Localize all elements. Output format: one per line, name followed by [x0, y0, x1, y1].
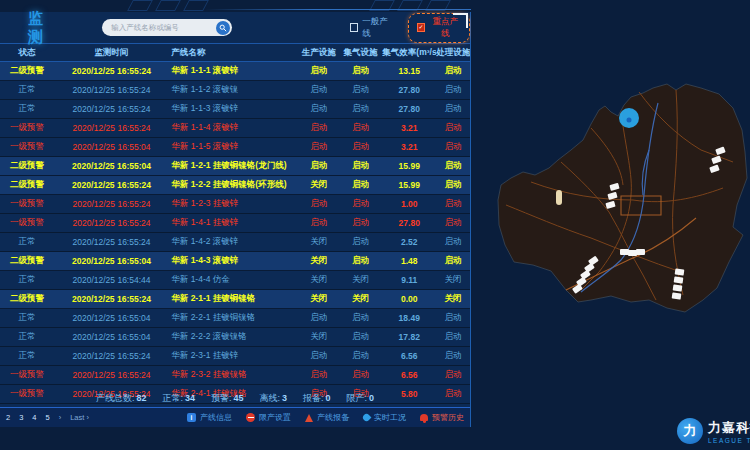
table-row[interactable]: 二级预警2020/12/25 16:55:04华新 1-2-1 挂镀铜镍铬(龙门…: [0, 157, 470, 176]
page-button[interactable]: 2: [6, 413, 10, 422]
summary-value: 34: [185, 393, 195, 403]
cell-prod: 启动: [299, 312, 339, 324]
next-page-button[interactable]: ›: [59, 413, 62, 422]
cell-status: 一级预警: [0, 369, 54, 381]
map-marker[interactable]: [672, 292, 682, 299]
last-page-button[interactable]: Last ›: [70, 413, 89, 422]
search-icon[interactable]: [216, 21, 230, 35]
cell-prod: 启动: [299, 350, 339, 362]
table-row[interactable]: 正常2020/12/25 16:55:24华新 1-1-2 滚镀镍启动启动27.…: [0, 81, 470, 100]
footer-buttons: i产线信息限产设置产线报备实时工况预警历史: [187, 412, 464, 423]
summary-item: 离线:3: [260, 392, 288, 405]
cell-gas: 关闭: [339, 293, 383, 305]
cell-prod: 启动: [299, 103, 339, 115]
cell-treat: 关闭: [436, 293, 470, 305]
table-body: 二级预警2020/12/25 16:55:24华新 1-1-1 滚镀锌启动启动1…: [0, 62, 470, 404]
cell-prod: 关闭: [299, 331, 339, 343]
cell-eff: 27.80: [382, 104, 436, 114]
map-marker[interactable]: [674, 276, 684, 283]
table-row[interactable]: 一级预警2020/12/25 16:55:04华新 1-1-5 滚镀锌启动启动3…: [0, 138, 470, 157]
cell-gas: 启动: [339, 350, 383, 362]
cell-status: 正常: [0, 312, 54, 324]
cell-status: 正常: [0, 84, 54, 96]
cell-gas: 启动: [339, 236, 383, 248]
search-box[interactable]: [102, 19, 232, 36]
column-header: 生产设施: [299, 47, 339, 59]
table-row[interactable]: 一级预警2020/12/25 16:55:24华新 1-4-1 挂镀锌启动启动2…: [0, 214, 470, 233]
cell-time: 2020/12/25 16:55:04: [54, 332, 170, 342]
map-marker[interactable]: [675, 268, 685, 275]
line-info-button[interactable]: i产线信息: [187, 412, 232, 423]
cell-prod: 启动: [299, 122, 339, 134]
cell-status: 正常: [0, 236, 54, 248]
table-row[interactable]: 正常2020/12/25 16:55:24华新 2-3-1 挂镀锌启动启动6.5…: [0, 347, 470, 366]
column-header: 状态: [0, 47, 54, 59]
table-row[interactable]: 正常2020/12/25 16:55:04华新 2-2-2 滚镀镍铬关闭启动17…: [0, 328, 470, 347]
table-row[interactable]: 二级预警2020/12/25 16:55:24华新 2-1-1 挂镀铜镍铬关闭关…: [0, 290, 470, 309]
cell-status: 正常: [0, 103, 54, 115]
cell-treat: 启动: [436, 198, 470, 210]
alert-history-button[interactable]: 预警历史: [420, 412, 464, 423]
cell-eff: 3.21: [382, 123, 436, 133]
summary-value: 45: [233, 393, 243, 403]
table-row[interactable]: 正常2020/12/25 16:54:44华新 1-4-4 仿金关闭关闭9.11…: [0, 271, 470, 290]
column-header: 产线名称: [169, 47, 298, 59]
table-row[interactable]: 一级预警2020/12/25 16:55:24华新 1-2-3 挂镀锌启动启动1…: [0, 195, 470, 214]
table-row[interactable]: 二级预警2020/12/25 16:55:24华新 1-1-1 滚镀锌启动启动1…: [0, 62, 470, 81]
cell-eff: 27.80: [382, 218, 436, 228]
table-row[interactable]: 二级预警2020/12/25 16:55:24华新 1-2-2 挂镀铜镍铬(环形…: [0, 176, 470, 195]
cell-prod: 关闭: [299, 293, 339, 305]
table-row[interactable]: 二级预警2020/12/25 16:55:04华新 1-4-3 滚镀锌关闭启动1…: [0, 252, 470, 271]
limit-settings-button[interactable]: 限产设置: [246, 412, 291, 423]
footer-button-label: 产线报备: [317, 412, 349, 423]
info-icon: i: [187, 413, 196, 422]
cell-status: 二级预警: [0, 255, 54, 267]
cell-status: 正常: [0, 274, 54, 286]
table-row[interactable]: 一级预警2020/12/25 16:55:24华新 1-1-4 滚镀锌启动启动3…: [0, 119, 470, 138]
cell-eff: 18.49: [382, 313, 436, 323]
cell-status: 二级预警: [0, 65, 54, 77]
map-panel[interactable]: 力 力嘉科技 LEAGUE TE: [471, 0, 750, 450]
map-marker[interactable]: [620, 249, 629, 255]
map-marker[interactable]: [636, 249, 645, 255]
table-row[interactable]: 正常2020/12/25 16:55:04华新 2-2-1 挂镀铜镍铬启动启动1…: [0, 309, 470, 328]
checkbox-icon[interactable]: [350, 23, 359, 32]
page-button[interactable]: 4: [32, 413, 36, 422]
page-button[interactable]: 3: [19, 413, 23, 422]
table-row[interactable]: 正常2020/12/25 16:55:24华新 1-4-2 滚镀锌关闭启动2.5…: [0, 233, 470, 252]
summary-value: 3: [282, 393, 287, 403]
droplet-icon: [362, 413, 372, 423]
search-input[interactable]: [102, 23, 216, 32]
summary-item: 正常:34: [162, 392, 195, 405]
summary-value: 0: [369, 393, 374, 403]
cell-status: 一级预警: [0, 217, 54, 229]
cell-gas: 启动: [339, 369, 383, 381]
filter-general-lines[interactable]: 一般产线: [350, 16, 394, 40]
cell-name: 华新 1-1-2 滚镀镍: [169, 84, 298, 96]
cell-status: 一级预警: [0, 198, 54, 210]
table-row[interactable]: 一级预警2020/12/25 16:55:24华新 2-3-2 挂镀镍铬启动启动…: [0, 366, 470, 385]
footer-button-label: 预警历史: [432, 412, 464, 423]
map-marker[interactable]: [673, 284, 683, 291]
cell-time: 2020/12/25 16:55:24: [54, 370, 170, 380]
corner-bracket: [453, 13, 468, 28]
cell-eff: 13.15: [382, 66, 436, 76]
realtime-status-button[interactable]: 实时工况: [363, 412, 406, 423]
cell-gas: 启动: [339, 179, 383, 191]
map-marker[interactable]: [628, 250, 637, 256]
cell-gas: 启动: [339, 217, 383, 229]
cell-treat: 启动: [436, 369, 470, 381]
cell-treat: 启动: [436, 331, 470, 343]
logo-icon: 力: [677, 418, 703, 444]
cell-eff: 6.56: [382, 351, 436, 361]
summary-value: 0: [326, 393, 331, 403]
page-button[interactable]: 5: [46, 413, 50, 422]
landmark-marker[interactable]: [556, 190, 562, 205]
cell-status: 正常: [0, 331, 54, 343]
table-row[interactable]: 正常2020/12/25 16:55:24华新 1-1-3 滚镀锌启动启动27.…: [0, 100, 470, 119]
cell-prod: 关闭: [299, 274, 339, 286]
cell-eff: 2.52: [382, 237, 436, 247]
cell-treat: 启动: [436, 122, 470, 134]
line-report-button[interactable]: 产线报备: [305, 412, 349, 423]
cell-time: 2020/12/25 16:55:24: [54, 199, 170, 209]
